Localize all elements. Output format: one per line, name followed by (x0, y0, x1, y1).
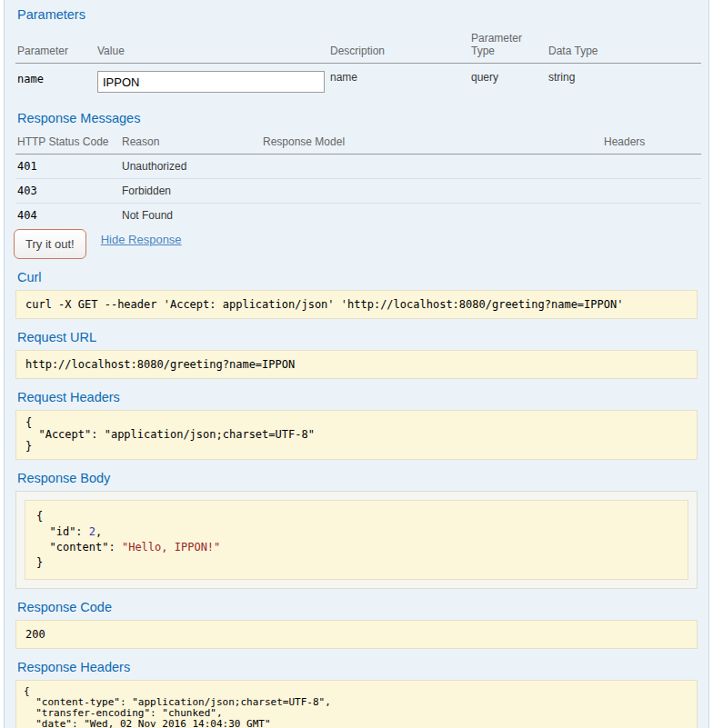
request-headers-json: { "Accept": "application/json;charset=UT… (15, 410, 698, 460)
col-header-parameter: Parameter (15, 27, 95, 64)
hide-response-link[interactable]: Hide Response (101, 233, 182, 246)
operation-content-panel: Parameters Parameter Value Description P… (4, 0, 709, 728)
headers-403 (602, 179, 701, 204)
col-header-description: Description (328, 27, 469, 64)
parameters-heading: Parameters (17, 7, 696, 22)
col-header-value: Value (95, 27, 328, 64)
status-code-403: 403 (15, 179, 120, 204)
json-close-brace: } (36, 556, 43, 569)
model-403 (261, 179, 602, 204)
json-id-value: 2 (89, 525, 95, 538)
request-url-heading: Request URL (17, 330, 696, 344)
response-messages-table: HTTP Status Code Reason Response Model H… (15, 131, 701, 227)
status-code-401: 401 (15, 155, 120, 179)
model-401 (261, 155, 602, 179)
col-header-response-model: Response Model (261, 131, 602, 155)
col-header-http-status-code: HTTP Status Code (15, 131, 120, 155)
parameter-value-input[interactable] (97, 71, 325, 93)
actions-row: Try it out! Hide Response (14, 229, 699, 259)
response-headers-heading: Response Headers (17, 660, 696, 674)
response-body-container: { "id": 2, "content": "Hello, IPPON!" } (15, 491, 698, 589)
json-id-key: "id" (49, 525, 75, 538)
response-code-heading: Response Code (17, 600, 696, 614)
col-header-data-type: Data Type (547, 27, 701, 64)
parameter-type: query (469, 64, 547, 101)
curl-command: curl -X GET --header 'Accept: applicatio… (15, 290, 698, 319)
status-code-404: 404 (15, 204, 120, 228)
model-404 (261, 204, 602, 228)
col-header-reason: Reason (120, 131, 261, 155)
parameter-name: name (15, 64, 95, 101)
response-body-heading: Response Body (17, 471, 696, 485)
response-message-row: 404 Not Found (15, 204, 701, 228)
json-open-brace: { (36, 510, 43, 523)
headers-401 (602, 155, 701, 179)
headers-404 (602, 204, 701, 228)
response-messages-heading: Response Messages (17, 111, 696, 125)
col-header-parameter-type: Parameter Type (469, 27, 547, 64)
json-content-value: "Hello, IPPON!" (122, 541, 220, 553)
col-header-headers: Headers (602, 131, 701, 155)
json-content-key: "content" (49, 541, 108, 553)
request-headers-heading: Request Headers (17, 390, 696, 404)
response-message-row: 403 Forbidden (15, 179, 701, 204)
reason-404: Not Found (120, 204, 261, 228)
parameters-table: Parameter Value Description Parameter Ty… (15, 27, 701, 100)
reason-401: Unauthorized (120, 155, 261, 179)
parameter-data-type: string (547, 64, 701, 101)
reason-403: Forbidden (120, 179, 261, 204)
parameter-row: name name query string (15, 64, 701, 101)
response-headers-json: { "content-type": "application/json;char… (15, 680, 698, 728)
response-body-json: { "id": 2, "content": "Hello, IPPON!" } (25, 500, 688, 580)
request-url-value: http://localhost:8080/greeting?name=IPPO… (15, 350, 698, 379)
parameter-description: name (328, 64, 469, 101)
response-message-row: 401 Unauthorized (15, 155, 701, 179)
response-code-value: 200 (15, 620, 698, 649)
try-it-out-button[interactable]: Try it out! (14, 229, 86, 259)
curl-heading: Curl (17, 270, 696, 284)
